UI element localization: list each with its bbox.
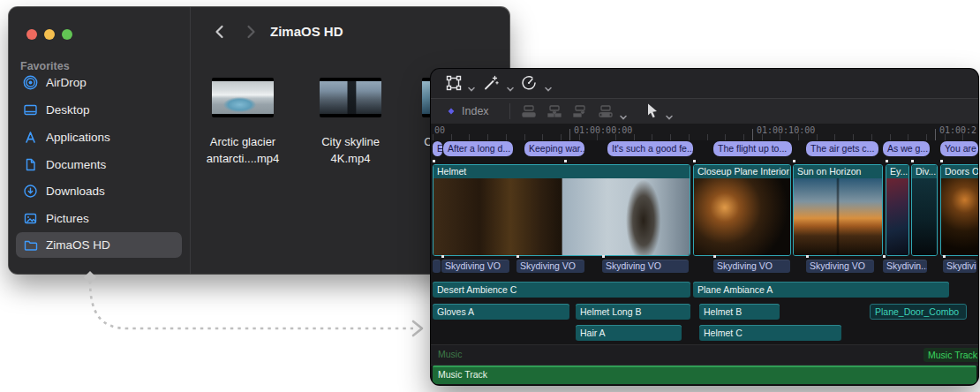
connection-dot xyxy=(940,160,943,162)
retime-tool-button[interactable] xyxy=(520,74,539,94)
folder-icon xyxy=(23,237,38,253)
audio-clip[interactable]: Skydiving VO xyxy=(806,260,874,273)
back-button[interactable] xyxy=(210,22,230,41)
audio-clip[interactable]: Skydiving VO xyxy=(943,260,976,273)
chevron-down-icon[interactable] xyxy=(467,80,476,87)
video-thumbnail-image xyxy=(320,81,381,114)
index-button-label: Index xyxy=(462,105,489,117)
ruler-minor-ticks xyxy=(433,134,976,140)
video-clip-filmstrip xyxy=(694,178,790,255)
connection-dot xyxy=(602,255,605,258)
sidebar-item-applications[interactable]: Applications xyxy=(16,124,182,150)
file-name[interactable]: Arctic glacier antarcti....mp4 xyxy=(181,133,305,167)
audio-clip[interactable]: Plane_Door_Combo xyxy=(870,304,967,320)
finder-sidebar: Favorites AirDrop Desktop xyxy=(9,7,190,274)
fcp-timeline-window: Index xyxy=(431,69,978,385)
sidebar-item-documents[interactable]: Documents xyxy=(16,152,182,177)
connection-dot xyxy=(793,160,795,162)
title-clip[interactable]: E xyxy=(433,141,442,156)
connection-dot xyxy=(911,160,914,162)
video-clip[interactable]: Div... xyxy=(911,164,938,256)
video-clip[interactable]: Helmet xyxy=(433,164,690,256)
video-clip-title: Closeup Plane Interior xyxy=(694,165,790,178)
ruler-timecode: 00 xyxy=(434,125,445,135)
music-track-clip[interactable]: Music Track xyxy=(433,366,976,384)
audio-clip[interactable]: Skydiving VO xyxy=(441,260,509,273)
transform-tool-button[interactable] xyxy=(445,74,464,94)
music-role-label: Music xyxy=(438,349,462,359)
clip-connection-dots xyxy=(431,255,978,258)
audio-clip[interactable]: Skydiving VO xyxy=(602,260,689,273)
audio-clip[interactable]: Hair A xyxy=(576,325,682,341)
voiceover-track: Skydiving VOSkydiving VOSkydiving VOSkyd… xyxy=(431,260,978,273)
audio-clip[interactable]: Desert Ambience C xyxy=(433,282,690,298)
insert-edit-button[interactable] xyxy=(547,105,562,118)
sidebar-item-zimaos-hd[interactable]: ZimaOS HD xyxy=(16,232,182,258)
timeline-ruler[interactable]: 0001:00:00:0001:00:10:0001:00:2 xyxy=(431,124,978,140)
sidebar-item-downloads[interactable]: Downloads xyxy=(16,178,182,204)
video-clip-filmstrip xyxy=(941,178,978,255)
video-clip[interactable]: Closeup Plane Interior xyxy=(693,164,791,256)
audio-clip[interactable]: Plane Ambiance A xyxy=(693,282,949,298)
forward-button[interactable] xyxy=(241,22,260,41)
title-clip[interactable]: The flight up to... xyxy=(713,141,792,156)
index-button[interactable]: Index xyxy=(440,102,496,120)
connection-dot xyxy=(806,255,809,258)
window-title: ZimaOS HD xyxy=(270,24,343,39)
video-clip[interactable]: Ey... xyxy=(886,164,909,256)
title-clip[interactable]: You are f... xyxy=(940,141,978,156)
file-name[interactable]: City skyline 4K.mp4 xyxy=(289,133,412,167)
chevron-down-icon[interactable] xyxy=(544,80,553,87)
chevron-down-icon[interactable] xyxy=(506,80,515,87)
ambience-track: Desert Ambience CPlane Ambiance A xyxy=(431,282,978,298)
enhancements-wand-button[interactable] xyxy=(482,74,501,94)
video-clip[interactable]: Sun on Horizon xyxy=(793,164,883,256)
audio-clip[interactable]: Skydiving VO xyxy=(516,260,584,273)
flow-arrow xyxy=(76,270,433,343)
ruler-timecode: 01:00:10:00 xyxy=(757,125,815,135)
zoom-window-button[interactable] xyxy=(62,29,72,40)
clip-connection-dots xyxy=(431,160,978,162)
video-clip[interactable]: Doors Op xyxy=(940,164,978,256)
connect-edit-button[interactable] xyxy=(521,105,537,118)
select-tool-button[interactable] xyxy=(645,102,661,116)
minimize-window-button[interactable] xyxy=(44,29,55,40)
audio-clip[interactable]: Helmet Long B xyxy=(576,304,690,320)
append-edit-button[interactable] xyxy=(572,105,588,118)
title-clip[interactable]: After a long d... xyxy=(443,141,513,156)
file-thumbnail-city-skyline[interactable] xyxy=(320,78,381,117)
sidebar-item-pictures[interactable]: Pictures xyxy=(16,206,182,231)
video-clip-title: Div... xyxy=(912,165,937,178)
file-thumbnail-arctic-glacier[interactable] xyxy=(212,78,274,117)
audio-clip[interactable] xyxy=(433,260,441,273)
audio-clip[interactable]: Helmet B xyxy=(699,304,780,320)
video-clip-title: Sun on Horizon xyxy=(794,165,882,178)
chevron-down-icon[interactable] xyxy=(619,109,628,116)
title-clip[interactable]: As we g... xyxy=(883,141,930,156)
sidebar-item-label: Pictures xyxy=(46,212,89,225)
ruler-tick xyxy=(569,129,570,140)
music-role-lane: Music Music Track xyxy=(431,344,978,366)
title-clip[interactable]: The air gets c... xyxy=(806,141,878,156)
file-name-line2: antarcti....mp4 xyxy=(181,150,305,167)
file-name-line1: City skyline xyxy=(289,133,412,150)
title-clip[interactable]: Keeping war... xyxy=(524,141,584,156)
pictures-icon xyxy=(23,211,38,226)
connection-dot xyxy=(943,255,946,258)
ruler-timecode: 01:00:00:00 xyxy=(574,125,632,135)
sfx-track-1: Gloves AHelmet Long BHelmet BPlane_Door_… xyxy=(431,304,978,320)
documents-icon xyxy=(23,157,38,172)
audio-clip[interactable]: Skydivin... xyxy=(883,260,927,273)
audio-clip[interactable]: Gloves A xyxy=(433,304,569,320)
sidebar-item-desktop[interactable]: Desktop xyxy=(16,97,182,123)
title-clip[interactable]: It's such a good fe... xyxy=(607,141,693,156)
ruler-tick xyxy=(752,129,753,140)
sidebar-item-airdrop[interactable]: AirDrop xyxy=(16,70,182,95)
close-window-button[interactable] xyxy=(26,29,37,40)
overwrite-edit-button[interactable] xyxy=(598,105,614,118)
music-clip-label[interactable]: Music Track xyxy=(923,348,978,362)
audio-clip[interactable]: Skydiving VO xyxy=(713,260,790,273)
audio-clip[interactable]: Helmet C xyxy=(699,325,841,341)
chevron-down-icon[interactable] xyxy=(665,109,674,116)
video-clip-title: Ey... xyxy=(886,165,908,178)
